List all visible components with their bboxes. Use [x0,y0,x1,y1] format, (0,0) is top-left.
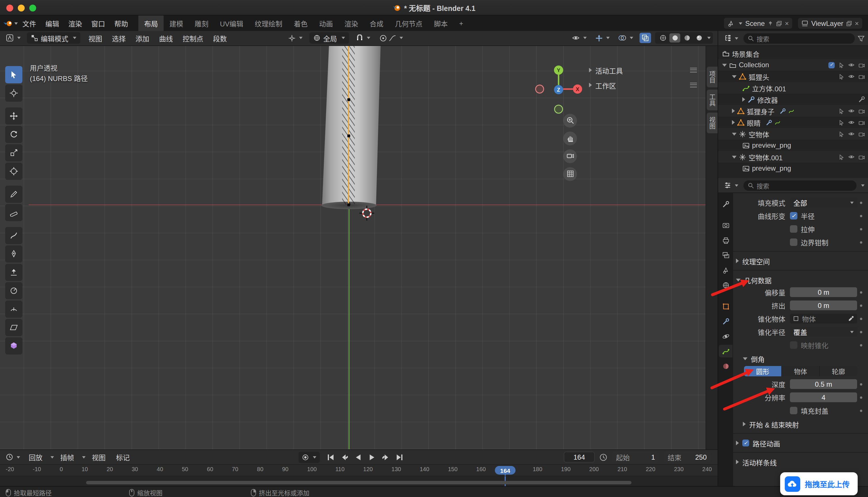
section-start-end-mapping[interactable]: 开始 & 结束映射 [736,418,865,430]
menu-curve[interactable]: 曲线 [155,32,177,45]
workspace-tab-scripting[interactable]: 脚本 [428,15,454,31]
bevel-depth-field[interactable]: 0.5 m [790,379,857,389]
workspace-tab-uv[interactable]: UV编辑 [214,15,249,31]
play-button[interactable] [366,452,377,462]
snap-button[interactable] [354,33,372,43]
outliner-row-empty-001[interactable]: 空物体.001 [718,151,868,162]
tab-world[interactable] [719,279,733,291]
new-scene-icon[interactable] [776,20,782,26]
animate-dot[interactable] [857,331,865,333]
mode-select[interactable]: 编辑模式 [27,32,80,44]
viewlayer-selector[interactable]: ViewLayer × [798,18,862,29]
taper-object-field[interactable]: 物体 [790,314,857,324]
tool-scale[interactable] [5,144,23,161]
tab-tool[interactable] [719,198,733,210]
workspace-tab-geometry-nodes[interactable]: 几何节点 [389,15,428,31]
animate-dot[interactable] [857,409,865,412]
menu-render[interactable]: 渲染 [64,16,87,30]
tab-modifiers[interactable] [719,315,733,327]
new-viewlayer-icon[interactable] [846,20,852,26]
radius-checkbox[interactable]: ✓ [790,212,797,219]
panel-workspace[interactable]: 工作区 [589,81,697,90]
hide-icon[interactable] [848,131,855,137]
outliner-row-collection[interactable]: Collection ✓ [718,59,868,71]
outliner-row-modifiers[interactable]: 修改器 [718,94,868,105]
maximize-window-button[interactable] [29,4,36,12]
control-point[interactable] [347,203,350,206]
unlink-scene-icon[interactable]: × [785,19,789,27]
animate-dot[interactable] [857,241,865,243]
section-texture-space[interactable]: 纹理空间 [736,255,865,267]
modifier-toggle-icon[interactable] [858,96,865,103]
frame-end-field[interactable]: 结束250 [664,452,711,463]
taper-radius-select[interactable]: 覆盖 [790,327,857,337]
pan-button[interactable] [563,131,577,145]
camera-view-button[interactable] [563,150,577,163]
outliner-row-empty[interactable]: 空物体 [718,128,868,140]
toggle-ortho-button[interactable] [563,167,577,181]
hide-icon[interactable] [848,108,855,114]
bevel-tab-round[interactable]: 圆形 [744,366,782,376]
visibility-dropdown[interactable] [570,33,589,43]
playback-menu[interactable]: 回放 [25,451,46,464]
tool-tweak-select[interactable] [5,66,23,83]
properties-search-input[interactable]: 搜索 [744,180,856,190]
nurbs-path-object[interactable] [319,46,383,209]
properties-editor-type-button[interactable] [722,181,740,190]
fill-caps-checkbox[interactable] [790,407,797,414]
shading-rendered-button[interactable] [693,33,704,43]
tool-rotate[interactable] [5,126,23,143]
workspace-tab-texture-paint[interactable]: 纹理绘制 [249,15,288,31]
animate-dot[interactable] [857,317,865,320]
eyedropper-icon[interactable] [848,315,854,322]
render-visibility-icon[interactable] [858,73,865,80]
tab-view-layer[interactable] [719,249,733,261]
frame-start-field[interactable]: 起始1 [612,452,659,463]
tool-radius[interactable] [5,282,23,299]
animate-dot[interactable] [857,383,865,385]
outliner-row-cube-001[interactable]: 立方体.001 [718,82,868,94]
outliner-editor-type-button[interactable] [722,33,740,43]
bevel-resolution-field[interactable]: 4 [790,393,857,402]
tool-curve-pen[interactable] [5,245,23,262]
section-bevel[interactable]: 倒角 [736,352,865,365]
bevel-tab-object[interactable]: 物体 [782,366,820,376]
menu-file[interactable]: 文件 [18,16,41,30]
selectable-icon[interactable] [838,73,844,80]
map-taper-checkbox[interactable] [790,341,797,349]
workspace-tab-layout[interactable]: 布局 [138,15,164,31]
tab-scene[interactable] [719,264,733,276]
menu-add[interactable]: 添加 [131,32,153,45]
animate-dot[interactable] [857,201,865,204]
timeline-ruler[interactable]: -20-100102030405060708090100110120130140… [0,464,718,476]
selectable-icon[interactable] [838,131,844,137]
tool-extrude[interactable] [5,264,23,281]
current-frame-field[interactable]: 164 [564,452,595,463]
n-panel-tab-view[interactable]: 视图 [707,113,718,133]
bevel-tab-profile[interactable]: 轮廓 [820,366,857,376]
timeline-marker-menu[interactable]: 标记 [112,451,134,464]
close-window-button[interactable] [6,4,13,12]
outliner-search-input[interactable]: 搜索 [744,33,855,43]
animate-dot[interactable] [857,344,865,346]
animate-dot[interactable] [857,396,865,398]
menu-window[interactable]: 窗口 [87,16,109,30]
transform-orientation-select[interactable]: 全局 [309,32,349,44]
menu-segments[interactable]: 段数 [209,32,231,45]
tab-object-data[interactable] [719,345,733,357]
fill-mode-select[interactable]: 全部 [790,198,857,208]
hide-icon[interactable] [848,119,855,125]
overlays-dropdown[interactable] [616,33,635,43]
render-visibility-icon[interactable] [858,154,865,160]
outliner-row-eyes[interactable]: 眼睛 [718,117,868,128]
shading-solid-button[interactable] [670,33,680,43]
workspace-tab-shading[interactable]: 着色 [288,15,313,31]
editor-type-button[interactable] [3,33,23,43]
animate-dot[interactable] [857,215,865,217]
tool-shear[interactable] [5,319,23,336]
animate-dot[interactable] [857,291,865,293]
timeline-editor-type-button[interactable] [3,452,23,462]
animate-dot[interactable] [857,228,865,230]
section-path-animation[interactable]: ✓ 路径动画 [736,437,865,449]
menu-control-points[interactable]: 控制点 [178,32,207,45]
